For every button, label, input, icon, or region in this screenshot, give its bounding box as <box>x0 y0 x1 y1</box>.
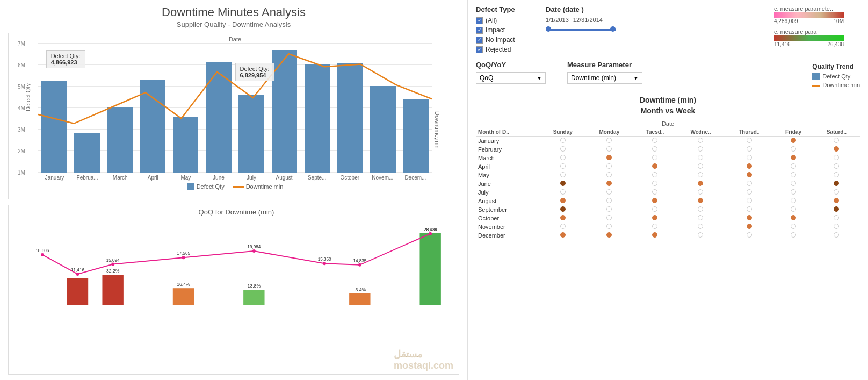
dot-cell <box>813 162 860 171</box>
dot-cell <box>677 231 725 240</box>
dot-empty <box>606 189 612 195</box>
date-slider[interactable] <box>546 25 616 34</box>
dot-cell <box>585 205 633 214</box>
checkbox-rejected[interactable]: ✓ <box>476 46 483 53</box>
date-end: 12/31/2014 <box>573 17 603 23</box>
qoq-select[interactable]: QoQ ▼ <box>476 72 546 84</box>
dot-empty <box>791 198 796 203</box>
table-row: September <box>476 205 860 214</box>
color-scale-1-labels: 4,286,009 10M <box>774 18 844 24</box>
dot-empty <box>834 155 839 160</box>
dot-empty <box>606 215 612 220</box>
dot-empty <box>791 181 796 186</box>
dot-cell <box>813 214 860 223</box>
dot-empty <box>606 198 612 203</box>
dot-cell <box>585 223 633 231</box>
x-axis-label: March <box>104 175 136 181</box>
dot-empty <box>747 155 752 160</box>
dot-empty <box>791 146 796 152</box>
svg-point-20 <box>252 249 256 253</box>
dot-cell <box>813 197 860 205</box>
dot-cell <box>633 162 677 171</box>
date-slider-handle-right[interactable] <box>610 26 616 32</box>
dot-matrix-title: Downtime (min) Month vs Week <box>476 95 860 116</box>
x-axis-label: May <box>169 175 202 181</box>
dot-cell <box>633 171 677 180</box>
svg-text:-3.4%: -3.4% <box>354 287 366 292</box>
measure-param: Measure Parameter Downtime (min) ▼ <box>567 61 679 84</box>
dot-col-header: Sunday <box>540 128 585 137</box>
bar-group <box>170 44 201 173</box>
dot-cell <box>773 171 813 180</box>
date-slider-handle-left[interactable] <box>546 26 551 32</box>
table-row: May <box>476 171 860 180</box>
svg-point-26 <box>429 232 432 235</box>
checkbox-no-impact[interactable]: ✓ <box>476 37 483 44</box>
table-row: December <box>476 231 860 240</box>
dot-empty <box>560 155 566 160</box>
trend-downtime-color <box>812 85 820 87</box>
dot-empty <box>834 232 839 238</box>
svg-text:15,094: 15,094 <box>106 257 120 262</box>
dot-empty <box>791 224 796 229</box>
dot-col-header: Tuesd.. <box>633 128 677 137</box>
bar-rect <box>107 107 132 173</box>
color-scale-1: c. measure paramete.. 4,286,009 10M <box>774 5 860 24</box>
qoq-filter-title: QoQ/YoY <box>476 61 556 69</box>
dot-empty <box>747 232 752 238</box>
measure-select-arrow: ▼ <box>633 75 639 81</box>
x-axis-label: August <box>268 175 301 181</box>
color-scale-2-bar <box>774 35 844 41</box>
dot-cell <box>633 214 677 223</box>
dot-cell <box>585 231 633 240</box>
dot-col-header: Friday <box>773 128 813 137</box>
dot-cell <box>633 180 677 188</box>
bar-group <box>104 44 136 173</box>
svg-point-12 <box>41 253 44 256</box>
measure-param-select[interactable]: Downtime (min) ▼ <box>567 72 642 84</box>
dot-cell <box>540 137 585 146</box>
checkbox-all[interactable]: ✓ <box>476 17 483 24</box>
dot-cell <box>633 231 677 240</box>
svg-point-16 <box>111 263 114 266</box>
dot-cell <box>633 188 677 197</box>
dot-empty <box>606 224 612 229</box>
y-axis-right-label: Downtime,min <box>434 111 440 149</box>
dot-cell <box>725 180 773 188</box>
right-panel: Defect Type ✓ (All) ✓ Impact ✓ No Impact… <box>467 0 868 380</box>
dot-empty <box>698 224 703 229</box>
color-scale-area: c. measure paramete.. 4,286,009 10M c. m… <box>774 5 860 47</box>
dot-empty <box>698 146 703 152</box>
svg-rect-5 <box>243 290 264 305</box>
row-month-label: October <box>476 214 540 223</box>
dot-cell <box>540 214 585 223</box>
row-month-label: June <box>476 180 540 188</box>
defect-type-filter: Defect Type ✓ (All) ✓ Impact ✓ No Impact… <box>476 5 540 55</box>
color-scale-2: c. measure para 11,416 26,438 <box>774 28 860 47</box>
dot-cell <box>540 171 585 180</box>
dot-cell <box>633 205 677 214</box>
dot-cell <box>677 145 725 154</box>
svg-point-22 <box>323 262 326 265</box>
filter-all: ✓ (All) <box>476 17 540 24</box>
table-row: January <box>476 137 860 146</box>
bar-rect <box>238 95 264 173</box>
svg-text:32.2%: 32.2% <box>106 268 120 274</box>
dot-empty <box>791 206 796 212</box>
dot-cell <box>540 180 585 188</box>
dot-cell <box>540 154 585 162</box>
left-panel: Downtime Minutes Analysis Supplier Quali… <box>0 0 467 380</box>
bar-chart-container: Date Defect Qty Downtime,min 7M 6M 5M 4M… <box>8 33 459 199</box>
table-row: October <box>476 214 860 223</box>
dot-empty <box>747 189 752 195</box>
dot-empty <box>747 206 752 212</box>
svg-text:18,606: 18,606 <box>35 248 49 253</box>
dot-cell <box>585 214 633 223</box>
dot-cell <box>677 197 725 205</box>
x-axis-label: June <box>202 175 235 181</box>
dot-col-header: Monday <box>585 128 633 137</box>
checkbox-impact[interactable]: ✓ <box>476 27 483 34</box>
filter-impact-label: Impact <box>486 26 505 34</box>
dot-cell <box>773 205 813 214</box>
qoq-svg: 32.2%16.4%13.8%-3.4%78.2%18,60611,41615,… <box>25 219 448 326</box>
